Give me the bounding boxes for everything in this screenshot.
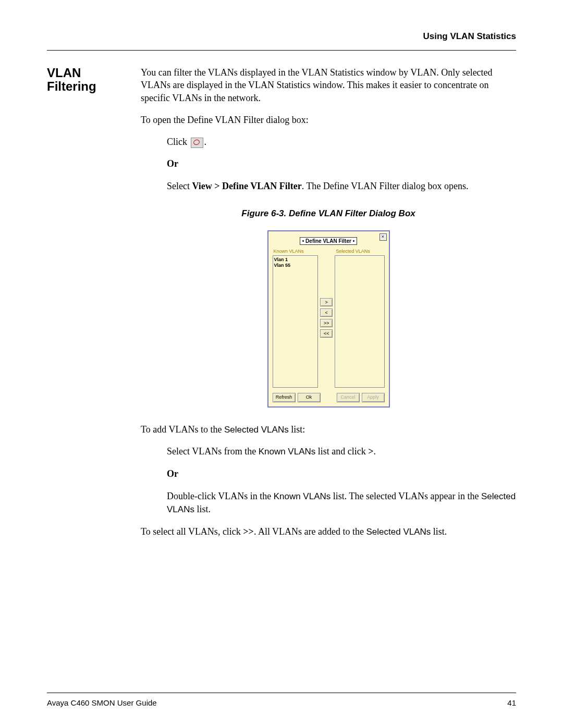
or-label: Or — [167, 467, 516, 480]
define-vlan-filter-dialog: × • Define VLAN Filter • Known VLANs Vla… — [267, 230, 390, 408]
text: list and click — [315, 446, 368, 456]
menu-path: View > Define VLAN Filter — [192, 181, 301, 191]
body-paragraph: To open the Define VLAN Filter dialog bo… — [141, 114, 516, 126]
text: To add VLANs to the — [141, 424, 224, 435]
ui-term: Known VLANs — [259, 447, 316, 456]
text: Select — [167, 181, 192, 191]
ok-button[interactable]: Ok — [298, 393, 321, 402]
move-right-button[interactable]: > — [320, 298, 333, 306]
section-heading: VLAN Filtering — [47, 66, 141, 94]
text: list: — [289, 424, 305, 435]
body-paragraph: To add VLANs to the Selected VLANs list: — [141, 423, 516, 436]
ui-term: Known VLANs — [274, 491, 331, 501]
known-vlans-label: Known VLANs — [273, 248, 319, 254]
text: list. The selected VLANs appear in the — [331, 491, 481, 501]
text: . The Define VLAN Filter dialog box open… — [302, 181, 469, 191]
selected-vlans-label: Selected VLANs — [335, 248, 384, 254]
figure-caption: Figure 6-3. Define VLAN Filter Dialog Bo… — [141, 208, 516, 220]
close-button[interactable]: × — [380, 233, 387, 241]
heading-line: Filtering — [47, 79, 96, 93]
or-label: Or — [167, 157, 516, 170]
move-left-all-button[interactable]: << — [320, 329, 333, 338]
button-ref: >> — [243, 526, 254, 537]
footer-guide: Avaya C460 SMON User Guide — [47, 698, 157, 707]
apply-button[interactable]: Apply — [362, 393, 385, 402]
ui-term: Selected VLANs — [224, 425, 289, 435]
dialog-title: • Define VLAN Filter • — [273, 238, 385, 245]
cancel-button[interactable]: Cancel — [337, 393, 360, 402]
step-line: Double-click VLANs in the Known VLANs li… — [167, 490, 516, 516]
step-line: Click . — [167, 135, 516, 148]
known-vlans-listbox[interactable]: Vlan 1 Vlan 55 — [273, 255, 319, 388]
text: . — [204, 137, 207, 147]
heading-line: VLAN — [47, 66, 81, 80]
text: . All VLANs are added to the — [254, 526, 366, 537]
move-right-all-button[interactable]: >> — [320, 319, 333, 327]
text: To select all VLANs, click — [141, 526, 243, 537]
text: Select VLANs from the — [167, 446, 259, 456]
text: list. — [194, 504, 211, 514]
page-footer: Avaya C460 SMON User Guide 41 — [47, 693, 516, 707]
step-line: Select VLANs from the Known VLANs list a… — [167, 445, 516, 458]
page-number: 41 — [507, 698, 516, 707]
body-paragraph: You can filter the VLANs displayed in th… — [141, 66, 516, 104]
header-rule — [47, 50, 516, 51]
body-paragraph: To select all VLANs, click >>. All VLANs… — [141, 525, 516, 538]
move-left-button[interactable]: < — [320, 309, 333, 317]
selected-vlans-listbox[interactable] — [335, 255, 384, 388]
page-header: Using VLAN Statistics — [47, 31, 516, 47]
text: . — [374, 446, 376, 456]
refresh-button[interactable]: Refresh — [273, 393, 296, 402]
step-line: Select View > Define VLAN Filter. The De… — [167, 180, 516, 192]
text: Click — [167, 137, 190, 147]
text: list. — [431, 526, 447, 537]
ui-term: Selected VLANs — [366, 527, 431, 537]
filter-icon — [191, 138, 203, 148]
button-ref: > — [368, 446, 373, 456]
text: Double-click VLANs in the — [167, 491, 274, 501]
